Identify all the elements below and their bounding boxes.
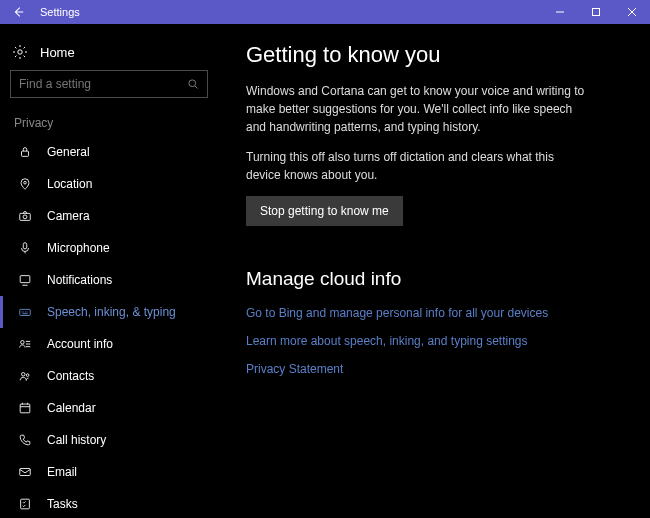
- svg-rect-16: [21, 499, 30, 509]
- heading-getting-to-know-you: Getting to know you: [246, 42, 622, 68]
- minimize-icon: [555, 7, 565, 17]
- phone-icon: [17, 432, 33, 448]
- sidebar-item-contacts[interactable]: Contacts: [0, 360, 218, 392]
- account-info-icon: [17, 336, 33, 352]
- sidebar-item-label: Notifications: [47, 273, 112, 287]
- svg-point-2: [18, 50, 22, 54]
- sidebar-item-speech-inking-typing[interactable]: Speech, inking, & typing: [0, 296, 218, 328]
- svg-rect-4: [22, 151, 29, 156]
- description-paragraph-1: Windows and Cortana can get to know your…: [246, 82, 586, 136]
- heading-manage-cloud-info: Manage cloud info: [246, 268, 622, 290]
- close-icon: [627, 7, 637, 17]
- back-button[interactable]: [0, 0, 36, 24]
- sidebar-item-label: General: [47, 145, 90, 159]
- link-learn-more-speech[interactable]: Learn more about speech, inking, and typ…: [246, 334, 622, 348]
- sidebar-item-label: Location: [47, 177, 92, 191]
- minimize-button[interactable]: [542, 0, 578, 24]
- sidebar-item-label: Tasks: [47, 497, 78, 511]
- svg-rect-8: [23, 243, 27, 249]
- sidebar-item-camera[interactable]: Camera: [0, 200, 218, 232]
- sidebar-item-call-history[interactable]: Call history: [0, 424, 218, 456]
- svg-point-7: [23, 215, 27, 219]
- sidebar: Home Privacy General Location Camera Mic…: [0, 24, 218, 518]
- search-container: [10, 70, 208, 98]
- arrow-left-icon: [11, 5, 25, 19]
- home-label: Home: [40, 45, 75, 60]
- speech-typing-icon: [17, 304, 33, 320]
- stop-getting-to-know-me-button[interactable]: Stop getting to know me: [246, 196, 403, 226]
- sidebar-item-microphone[interactable]: Microphone: [0, 232, 218, 264]
- window-title: Settings: [40, 6, 542, 18]
- search-input[interactable]: [19, 77, 187, 91]
- sidebar-item-tasks[interactable]: Tasks: [0, 488, 218, 518]
- location-icon: [17, 176, 33, 192]
- svg-rect-15: [20, 469, 31, 476]
- sidebar-item-calendar[interactable]: Calendar: [0, 392, 218, 424]
- maximize-button[interactable]: [578, 0, 614, 24]
- microphone-icon: [17, 240, 33, 256]
- maximize-icon: [591, 7, 601, 17]
- notifications-icon: [17, 272, 33, 288]
- sidebar-item-label: Account info: [47, 337, 113, 351]
- sidebar-item-label: Call history: [47, 433, 106, 447]
- sidebar-item-label: Speech, inking, & typing: [47, 305, 176, 319]
- link-privacy-statement[interactable]: Privacy Statement: [246, 362, 622, 376]
- tasks-icon: [17, 496, 33, 512]
- section-label-privacy: Privacy: [0, 112, 218, 136]
- svg-point-12: [22, 373, 26, 377]
- sidebar-item-label: Microphone: [47, 241, 110, 255]
- sidebar-item-label: Calendar: [47, 401, 96, 415]
- svg-rect-1: [593, 9, 600, 16]
- content-area: Getting to know you Windows and Cortana …: [218, 24, 650, 518]
- calendar-icon: [17, 400, 33, 416]
- svg-point-5: [24, 181, 27, 184]
- search-icon: [187, 78, 199, 90]
- gear-icon: [12, 44, 28, 60]
- link-bing-personal-info[interactable]: Go to Bing and manage personal info for …: [246, 306, 622, 320]
- sidebar-item-account-info[interactable]: Account info: [0, 328, 218, 360]
- svg-point-13: [26, 374, 29, 377]
- svg-point-3: [189, 80, 196, 87]
- sidebar-item-label: Email: [47, 465, 77, 479]
- titlebar: Settings: [0, 0, 650, 24]
- lock-icon: [17, 144, 33, 160]
- svg-rect-9: [20, 276, 30, 283]
- sidebar-item-email[interactable]: Email: [0, 456, 218, 488]
- svg-point-11: [21, 341, 25, 345]
- email-icon: [17, 464, 33, 480]
- sidebar-item-location[interactable]: Location: [0, 168, 218, 200]
- svg-rect-6: [20, 213, 31, 220]
- sidebar-item-label: Camera: [47, 209, 90, 223]
- sidebar-item-label: Contacts: [47, 369, 94, 383]
- svg-rect-14: [20, 404, 30, 413]
- camera-icon: [17, 208, 33, 224]
- home-button[interactable]: Home: [0, 36, 218, 70]
- sidebar-item-general[interactable]: General: [0, 136, 218, 168]
- sidebar-item-notifications[interactable]: Notifications: [0, 264, 218, 296]
- search-box[interactable]: [10, 70, 208, 98]
- window-controls: [542, 0, 650, 24]
- description-paragraph-2: Turning this off also turns off dictatio…: [246, 148, 586, 184]
- contacts-icon: [17, 368, 33, 384]
- close-button[interactable]: [614, 0, 650, 24]
